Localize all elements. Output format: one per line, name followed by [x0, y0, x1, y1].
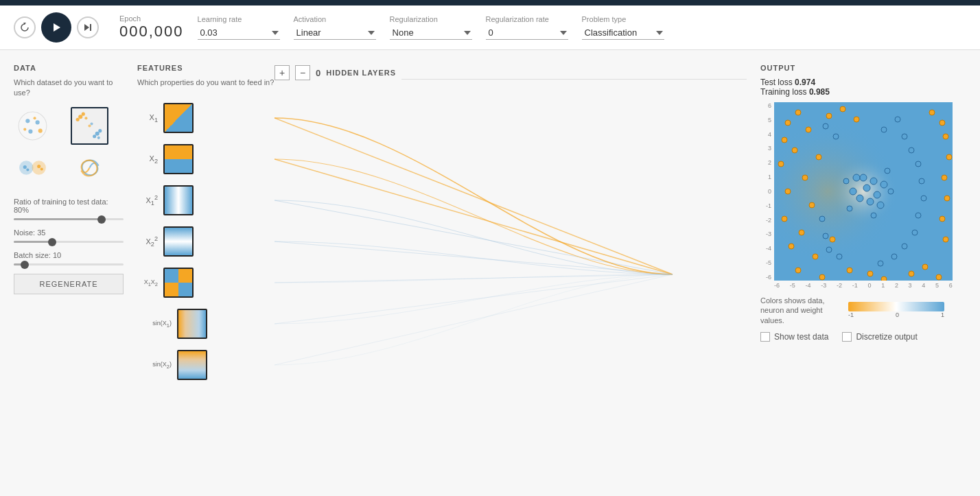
svg-point-54	[840, 106, 845, 112]
data-panel: DATA Which dataset do you want to use?	[14, 64, 137, 450]
problem-type-group: Problem type Classification Regression	[582, 15, 664, 40]
feature-sinx2-canvas[interactable]	[177, 350, 207, 380]
activation-select[interactable]: Linear ReLU Tanh Sigmoid	[294, 26, 376, 40]
batch-thumb[interactable]	[21, 261, 29, 269]
test-loss-value: 0.974	[795, 78, 815, 87]
viz-canvas	[774, 102, 953, 281]
svg-point-97	[912, 230, 918, 235]
svg-point-79	[880, 181, 887, 188]
learning-rate-select[interactable]: 0.03 0.001 0.01 0.1	[198, 26, 280, 40]
y-axis: 6543210-1-2-3-4-5-6	[760, 102, 771, 281]
network-area: FEATURES Which properties do you want to…	[137, 64, 747, 450]
problem-type-select[interactable]: Classification Regression	[582, 26, 664, 40]
remove-layer-button[interactable]: −	[295, 65, 310, 80]
feature-x1-canvas[interactable]	[163, 103, 194, 133]
dataset-cluster[interactable]	[71, 107, 108, 145]
show-test-data-checkbox[interactable]: Show test data	[760, 332, 828, 342]
play-button[interactable]	[41, 12, 71, 43]
feature-x1x2: X1X2	[137, 268, 275, 298]
svg-point-19	[97, 137, 100, 139]
feature-sinx2: sin(X2)	[137, 350, 275, 380]
svg-point-6	[36, 120, 40, 124]
svg-point-62	[940, 120, 945, 126]
svg-point-96	[915, 213, 921, 218]
svg-point-12	[78, 115, 82, 119]
svg-point-45	[785, 189, 791, 194]
controls-bar: Epoch 000,000 Learning rate 0.03 0.001 0…	[0, 5, 980, 50]
svg-point-87	[833, 134, 839, 139]
add-layer-button[interactable]: +	[275, 65, 290, 80]
dataset-blobs[interactable]	[14, 149, 51, 187]
regularization-rate-select[interactable]: 0 0.001 0.01	[486, 26, 568, 40]
svg-point-27	[40, 167, 43, 170]
connections-svg	[275, 103, 747, 446]
x-axis: -6-5-4-3-2-10123456	[774, 282, 953, 289]
regularization-rate-group: Regularization rate 0 0.001 0.01	[486, 15, 568, 40]
svg-point-5	[25, 119, 30, 123]
svg-point-93	[915, 161, 921, 167]
svg-point-55	[854, 117, 859, 122]
svg-point-47	[782, 216, 787, 222]
epoch-label: Epoch	[119, 14, 184, 23]
discretize-output-box[interactable]	[842, 332, 852, 342]
feature-x1x2-canvas[interactable]	[163, 268, 194, 298]
svg-point-49	[789, 244, 794, 249]
noise-track	[14, 241, 124, 243]
svg-point-65	[946, 154, 952, 160]
batch-slider-group: Batch size: 10	[14, 251, 124, 265]
learning-rate-group: Learning rate 0.03 0.001 0.01 0.1	[198, 15, 280, 40]
regularization-label: Regularization	[390, 15, 472, 23]
connections-area	[275, 103, 747, 391]
dataset-spiral[interactable]	[71, 149, 108, 187]
svg-point-84	[885, 168, 890, 174]
step-button[interactable]	[77, 16, 99, 38]
epoch-value: 000,000	[119, 23, 184, 40]
regenerate-button[interactable]: REGENERATE	[14, 274, 124, 294]
svg-line-28	[275, 118, 673, 274]
svg-point-25	[26, 168, 29, 171]
svg-point-103	[823, 233, 828, 239]
activation-group: Activation Linear ReLU Tanh Sigmoid	[294, 15, 376, 40]
svg-point-66	[942, 175, 947, 180]
data-points	[774, 102, 953, 281]
svg-point-44	[802, 175, 808, 180]
playback-controls	[14, 12, 99, 43]
svg-point-61	[936, 274, 942, 280]
feature-x2: X2	[137, 144, 275, 174]
dataset-circle[interactable]	[14, 107, 51, 145]
ratio-thumb[interactable]	[97, 215, 106, 224]
show-test-data-box[interactable]	[760, 332, 770, 342]
feature-x2sq: X22	[137, 226, 275, 257]
svg-point-58	[847, 268, 852, 273]
activation-label: Activation	[294, 15, 376, 23]
regularization-select[interactable]: None L1 L2	[390, 26, 472, 40]
regularization-group: Regularization None L1 L2	[390, 15, 472, 40]
svg-point-72	[853, 174, 860, 181]
svg-point-68	[940, 216, 945, 222]
feature-x2sq-canvas[interactable]	[163, 226, 194, 257]
restart-button[interactable]	[14, 16, 36, 38]
discretize-output-checkbox[interactable]: Discretize output	[842, 332, 917, 342]
feature-sinx1: sin(X1)	[137, 309, 275, 339]
svg-point-90	[895, 117, 900, 122]
feature-x2-canvas[interactable]	[163, 144, 194, 174]
main-content: DATA Which dataset do you want to use?	[0, 50, 980, 464]
feature-x1sq-canvas[interactable]	[163, 185, 194, 215]
svg-point-81	[860, 174, 867, 181]
epoch-section: Epoch 000,000	[119, 14, 184, 40]
color-legend-text: Colors shows data, neuron and weight val…	[760, 296, 843, 325]
feature-sinx1-canvas[interactable]	[177, 309, 207, 339]
svg-point-80	[877, 202, 884, 209]
svg-point-41	[806, 127, 811, 132]
noise-thumb[interactable]	[48, 238, 56, 246]
problem-type-label: Problem type	[582, 15, 664, 23]
svg-rect-3	[90, 24, 91, 31]
svg-point-9	[23, 128, 26, 130]
svg-point-85	[847, 206, 852, 211]
feature-x1sq: X12	[137, 185, 275, 215]
feature-nodes-column: X1 X2 X12 X22	[137, 103, 275, 391]
svg-point-48	[799, 230, 804, 235]
svg-point-18	[93, 134, 96, 138]
svg-point-70	[867, 271, 873, 276]
svg-point-101	[837, 254, 842, 259]
